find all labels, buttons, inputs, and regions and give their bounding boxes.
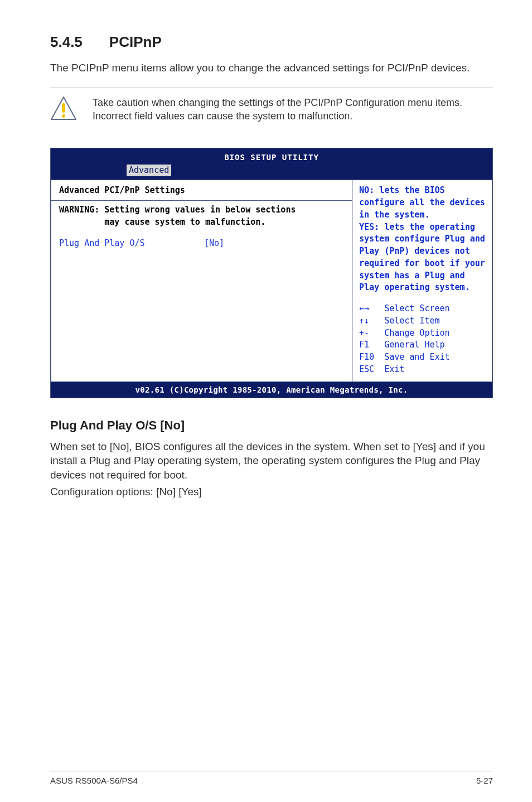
bios-title: BIOS SETUP UTILITY — [56, 152, 487, 163]
bios-right-pane: NO: lets the BIOS configure all the devi… — [352, 180, 492, 381]
bios-tab-advanced: Advanced — [127, 165, 171, 177]
caution-icon — [50, 96, 77, 122]
bios-divider — [51, 200, 352, 201]
bios-footer: v02.61 (C)Copyright 1985-2010, American … — [51, 382, 492, 398]
svg-point-2 — [62, 114, 65, 118]
section-intro: The PCIPnP menu items allow you to chang… — [50, 61, 493, 75]
bios-header: BIOS SETUP UTILITY Advanced — [51, 148, 492, 180]
subsection-para-1: When set to [No], BIOS configures all th… — [50, 439, 493, 482]
bios-help-text: NO: lets the BIOS configure all the devi… — [359, 185, 485, 294]
footer-product: ASUS RS500A-S6/PS4 — [50, 776, 138, 785]
bios-setting-row: Plug And Play O/S [No] — [59, 238, 344, 250]
subsection-heading: Plug And Play O/S [No] — [50, 418, 493, 433]
bios-warning: WARNING: Setting wrong values in below s… — [59, 204, 344, 229]
caution-note: Take caution when changing the settings … — [50, 88, 493, 128]
bios-body: Advanced PCI/PnP Settings WARNING: Setti… — [51, 180, 492, 381]
bios-setting-label: Plug And Play O/S — [59, 238, 204, 250]
caution-text: Take caution when changing the settings … — [93, 96, 493, 123]
bios-pane-heading: Advanced PCI/PnP Settings — [59, 185, 344, 197]
svg-rect-1 — [62, 103, 65, 113]
section-header: 5.4.5 PCIPnP — [50, 33, 493, 51]
bios-screenshot: BIOS SETUP UTILITY Advanced Advanced PCI… — [50, 148, 493, 398]
bios-setting-value: [No] — [204, 238, 224, 250]
section-title: PCIPnP — [109, 33, 162, 51]
bios-key-legend: ←→ Select Screen ↑↓ Select Item +- Chang… — [359, 303, 485, 376]
bios-left-pane: Advanced PCI/PnP Settings WARNING: Setti… — [51, 180, 352, 381]
page-footer: ASUS RS500A-S6/PS4 5-27 — [50, 771, 493, 785]
bios-tabs: Advanced — [56, 165, 487, 177]
footer-page-number: 5-27 — [476, 776, 493, 785]
section-number: 5.4.5 — [50, 33, 83, 51]
subsection-para-2: Configuration options: [No] [Yes] — [50, 485, 493, 499]
